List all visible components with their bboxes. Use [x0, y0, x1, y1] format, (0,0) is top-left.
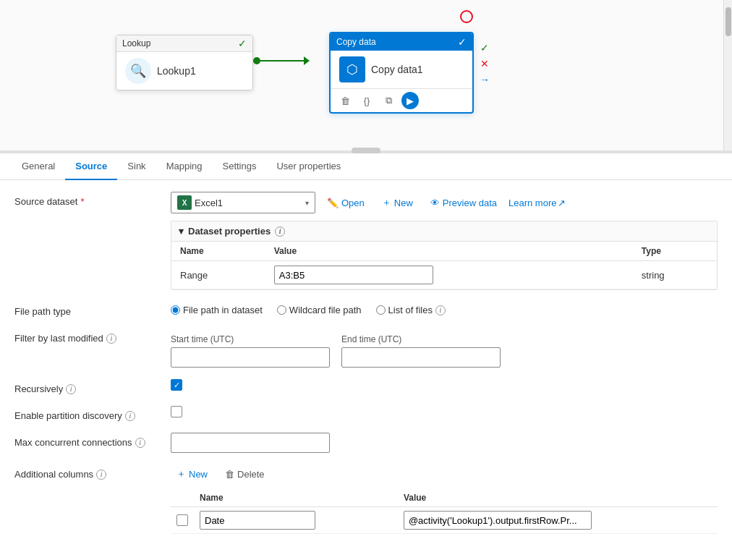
source-dataset-content: X Excel1 ▾ ✏️ Open ＋ New 👁 Preview data	[171, 192, 718, 290]
clone-btn[interactable]: ⧉	[380, 92, 397, 109]
recursively-info-icon: i	[66, 384, 76, 394]
lookup-node-header: Lookup ✓	[116, 35, 252, 52]
file-path-type-label: File path type	[14, 302, 159, 317]
max-connections-input[interactable]	[171, 433, 330, 453]
file-path-type-row: File path type File path in dataset Wild…	[14, 302, 718, 317]
partition-info-icon: i	[125, 411, 135, 421]
pipeline-canvas: Lookup ✓ 🔍 Lookup1 Copy data ✓ ⬡ Copy da…	[0, 0, 732, 152]
copydata-node-body: ⬡ Copy data1	[331, 51, 472, 88]
code-btn[interactable]: {}	[358, 92, 375, 109]
plus-icon: ＋	[382, 196, 391, 209]
max-connections-info-icon: i	[135, 438, 145, 448]
partition-discovery-content[interactable]	[171, 406, 718, 417]
preview-icon: 👁	[430, 198, 440, 208]
divider[interactable]	[0, 152, 732, 153]
dataset-props-info-icon: i	[275, 226, 285, 237]
file-path-radio-group: File path in dataset Wildcard file path …	[171, 302, 718, 315]
divider-handle[interactable]	[352, 148, 380, 153]
external-link-icon: ↗	[558, 198, 566, 208]
conn-line	[260, 60, 304, 61]
source-dataset-label: Source dataset *	[14, 192, 159, 207]
lookup-node-title: Lookup	[122, 38, 150, 48]
row-checkbox[interactable]	[176, 514, 188, 526]
start-time-label: Start time (UTC)	[171, 334, 330, 344]
tab-general[interactable]: General	[12, 153, 65, 180]
col-name-input[interactable]	[200, 511, 315, 530]
prop-value-input[interactable]	[274, 266, 433, 284]
end-time-group: End time (UTC)	[341, 334, 501, 368]
additional-columns-info-icon: i	[96, 470, 106, 480]
col-value-header: Value	[265, 242, 633, 261]
checkbox-col-header	[171, 489, 194, 507]
row-checkbox-cell[interactable]	[171, 507, 194, 534]
conn-arrowhead	[304, 56, 310, 65]
copydata-node-title: Copy data	[336, 37, 376, 47]
col-type-header: Type	[633, 242, 717, 261]
learn-more-link[interactable]: Learn more ↗	[508, 198, 566, 208]
open-button[interactable]: ✏️ Open	[321, 195, 370, 211]
dataset-prop-row: Range string	[171, 261, 717, 289]
collapse-icon: ▾	[179, 226, 184, 237]
dataset-props-table: Name Value Type Range string	[171, 242, 717, 289]
prop-value-cell[interactable]	[265, 261, 633, 289]
copydata-node-footer: 🗑 {} ⧉ ▶	[331, 88, 472, 112]
new-dataset-button[interactable]: ＋ New	[376, 193, 419, 212]
delete-column-button[interactable]: 🗑 Delete	[219, 466, 271, 483]
plus-icon-add: ＋	[176, 467, 186, 480]
row-name-cell[interactable]	[194, 507, 398, 534]
row-value-cell[interactable]	[398, 507, 718, 534]
side-check-btn[interactable]: ✓	[477, 41, 492, 55]
run-btn[interactable]: ▶	[401, 92, 419, 109]
filter-last-modified-row: Filter by last modified i Start time (UT…	[14, 328, 718, 368]
side-arrow-btn[interactable]: →	[477, 72, 492, 87]
radio-file-path[interactable]: File path in dataset	[171, 305, 263, 315]
tab-sink[interactable]: Sink	[117, 153, 156, 180]
dataset-select[interactable]: X Excel1 ▾	[171, 192, 315, 213]
radio-wildcard[interactable]: Wildcard file path	[277, 305, 362, 315]
dropdown-arrow-icon: ▾	[305, 199, 309, 207]
dataset-props-header[interactable]: ▾ Dataset properties i	[171, 221, 717, 242]
required-star: *	[80, 196, 84, 207]
additional-col-row	[171, 507, 718, 534]
delete-btn[interactable]: 🗑	[336, 92, 354, 109]
tab-user-properties[interactable]: User properties	[266, 153, 351, 180]
radio-list-of-files[interactable]: List of files i	[376, 305, 446, 315]
recursively-content[interactable]	[171, 379, 718, 391]
conn-dot	[253, 57, 260, 64]
preview-data-button[interactable]: 👁 Preview data	[425, 195, 503, 211]
tabs-bar: General Source Sink Mapping Settings Use…	[0, 153, 732, 180]
scrollbar-thumb[interactable]	[725, 7, 731, 36]
col-value-input[interactable]	[404, 511, 592, 530]
additional-columns-content: ＋ New 🗑 Delete Name Value	[171, 464, 718, 534]
prop-type-cell: string	[633, 261, 717, 289]
side-close-btn[interactable]: ✕	[477, 56, 492, 71]
copydata-check-icon: ✓	[458, 36, 467, 48]
partition-discovery-row: Enable partition discovery i	[14, 406, 718, 421]
lookup-node[interactable]: Lookup ✓ 🔍 Lookup1	[116, 35, 253, 90]
trash-icon-add: 🗑	[225, 469, 234, 480]
recursively-checkbox[interactable]	[171, 379, 182, 391]
filter-last-modified-label: Filter by last modified i	[14, 328, 159, 344]
radio-wildcard-input[interactable]	[277, 305, 286, 315]
tab-mapping[interactable]: Mapping	[156, 153, 213, 180]
end-time-input[interactable]	[341, 347, 501, 368]
partition-discovery-checkbox[interactable]	[171, 406, 182, 417]
end-time-label: End time (UTC)	[341, 334, 501, 344]
tab-settings[interactable]: Settings	[213, 153, 267, 180]
start-time-group: Start time (UTC)	[171, 334, 330, 368]
copy-data-icon: ⬡	[339, 56, 365, 82]
partition-discovery-label: Enable partition discovery i	[14, 406, 159, 421]
radio-list-input[interactable]	[376, 305, 386, 315]
side-actions: ✓ ✕ →	[477, 41, 492, 87]
tab-source[interactable]: Source	[65, 153, 117, 180]
copydata-node[interactable]: Copy data ✓ ⬡ Copy data1 🗑 {} ⧉ ▶	[329, 32, 474, 114]
list-files-info-icon: i	[435, 305, 446, 315]
canvas-scrollbar[interactable]	[723, 0, 732, 150]
max-connections-content[interactable]	[171, 433, 718, 453]
lookup-node-body: 🔍 Lookup1	[116, 52, 252, 90]
name-col-header: Name	[194, 489, 398, 507]
start-time-input[interactable]	[171, 347, 330, 368]
radio-file-path-input[interactable]	[171, 305, 180, 315]
add-column-new-button[interactable]: ＋ New	[171, 464, 213, 483]
connector-arrow	[253, 56, 310, 65]
